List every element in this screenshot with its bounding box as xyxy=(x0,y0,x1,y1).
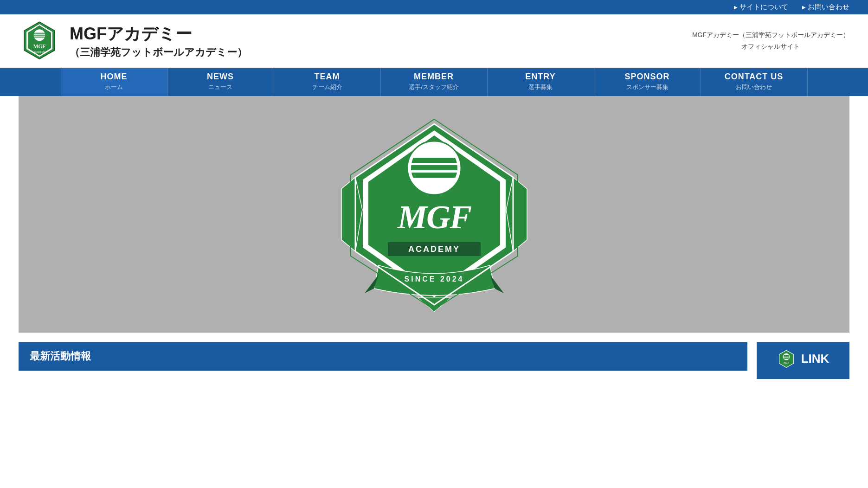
nav-entry-en: ENTRY xyxy=(525,72,555,82)
top-bar: サイトについて お問い合わせ xyxy=(0,0,868,14)
nav-home-en: HOME xyxy=(101,72,128,82)
link-header: MGF LINK xyxy=(757,342,849,375)
nav-member-ja: 選手/スタッフ紹介 xyxy=(409,83,459,91)
nav-contact-en: CONTACT US xyxy=(725,72,784,82)
nav-team-en: TEAM xyxy=(315,72,340,82)
nav-home-ja: ホーム xyxy=(105,83,123,91)
svg-rect-30 xyxy=(783,355,789,356)
header: MGF ACADEMY MGFアカデミー （三浦学苑フットボールアカデミー） M… xyxy=(0,14,868,68)
link-mini-logo: MGF xyxy=(777,349,796,368)
svg-text:MGF: MGF xyxy=(397,199,471,236)
header-description: MGFアカデミー（三浦学苑フットボールアカデミー） オフィシャルサイト xyxy=(692,29,849,52)
nav-item-team[interactable]: TEAM チーム紹介 xyxy=(274,68,381,96)
nav-item-news[interactable]: NEWS ニュース xyxy=(167,68,274,96)
svg-rect-19 xyxy=(411,173,457,178)
about-link[interactable]: サイトについて xyxy=(734,3,788,12)
nav-item-member[interactable]: MEMBER 選手/スタッフ紹介 xyxy=(381,68,488,96)
nav-member-en: MEMBER xyxy=(414,72,454,82)
svg-text:MGF: MGF xyxy=(33,44,46,49)
nav-team-ja: チーム紹介 xyxy=(312,83,342,91)
bottom-section: 最新活動情報 MGF LINK xyxy=(19,342,849,379)
svg-rect-32 xyxy=(783,358,789,359)
site-title-main: MGFアカデミー xyxy=(70,23,247,45)
svg-text:MGF: MGF xyxy=(784,361,789,364)
nav-news-ja: ニュース xyxy=(208,83,232,91)
nav-sponsor-ja: スポンサー募集 xyxy=(626,83,669,91)
nav-news-en: NEWS xyxy=(207,72,234,82)
nav-item-entry[interactable]: ENTRY 選手募集 xyxy=(488,68,594,96)
svg-text:ACADEMY: ACADEMY xyxy=(34,51,45,53)
news-header: 最新活動情報 xyxy=(19,342,747,371)
svg-rect-31 xyxy=(783,356,789,357)
nav-sponsor-en: SPONSOR xyxy=(624,72,669,82)
link-header-text: LINK xyxy=(801,352,829,366)
news-header-text: 最新活動情報 xyxy=(30,350,91,362)
nav-item-sponsor[interactable]: SPONSOR スポンサー募集 xyxy=(594,68,701,96)
header-desc-line2: オフィシャルサイト xyxy=(692,41,849,52)
hero-logo: MGF ACADEMY SINCE 2024 xyxy=(337,117,532,312)
nav-item-contact[interactable]: CONTACT US お問い合わせ xyxy=(701,68,808,96)
svg-text:SINCE  2024: SINCE 2024 xyxy=(404,275,464,283)
nav-contact-ja: お問い合わせ xyxy=(736,83,772,91)
site-title: MGFアカデミー （三浦学苑フットボールアカデミー） xyxy=(70,23,247,59)
about-link-label: サイトについて xyxy=(739,3,788,12)
nav-entry-ja: 選手募集 xyxy=(528,83,553,91)
logo-badge: MGF ACADEMY xyxy=(19,20,60,62)
main-nav: HOME ホーム NEWS ニュース TEAM チーム紹介 MEMBER 選手/… xyxy=(0,68,868,96)
contact-link[interactable]: お問い合わせ xyxy=(802,3,849,12)
link-section: MGF LINK xyxy=(757,342,849,379)
news-section: 最新活動情報 xyxy=(19,342,747,371)
svg-rect-17 xyxy=(411,158,457,163)
hero-section: MGF ACADEMY SINCE 2024 xyxy=(19,96,849,333)
svg-text:ACADEMY: ACADEMY xyxy=(408,244,460,254)
nav-item-home[interactable]: HOME ホーム xyxy=(61,68,167,96)
header-desc-line1: MGFアカデミー（三浦学苑フットボールアカデミー） xyxy=(692,29,849,41)
site-title-sub: （三浦学苑フットボールアカデミー） xyxy=(70,45,247,59)
svg-rect-18 xyxy=(411,165,457,170)
contact-link-label: お問い合わせ xyxy=(808,3,849,12)
header-left: MGF ACADEMY MGFアカデミー （三浦学苑フットボールアカデミー） xyxy=(19,20,247,62)
